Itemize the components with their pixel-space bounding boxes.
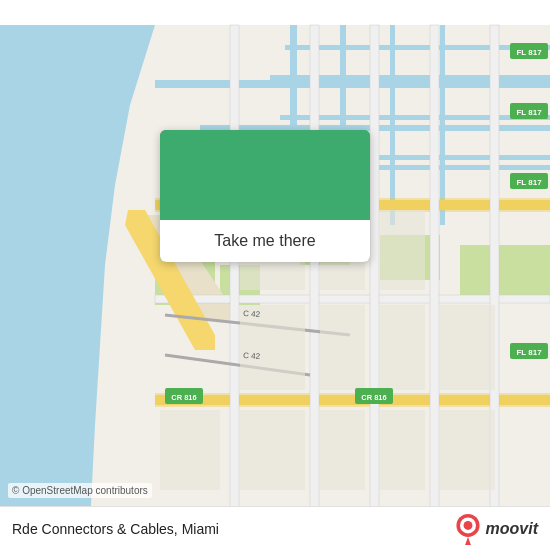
svg-rect-7 xyxy=(390,25,395,225)
svg-rect-18 xyxy=(460,245,550,295)
svg-rect-41 xyxy=(240,410,305,490)
svg-rect-26 xyxy=(310,25,319,525)
moovit-logo-text: moovit xyxy=(486,520,538,538)
card-green-area xyxy=(160,130,370,220)
svg-rect-28 xyxy=(430,25,439,525)
svg-rect-43 xyxy=(380,410,425,490)
svg-marker-62 xyxy=(464,537,471,545)
map-background: FL 817 FL 817 FL 817 FL 817 CR 816 CR 81… xyxy=(0,0,550,550)
svg-rect-35 xyxy=(380,210,425,290)
svg-text:C 42: C 42 xyxy=(243,351,261,361)
svg-rect-8 xyxy=(440,25,445,225)
place-name: Rde Connectors & Cables, Miami xyxy=(12,521,219,537)
take-me-there-button[interactable]: Take me there xyxy=(160,220,370,262)
svg-rect-38 xyxy=(380,305,425,390)
svg-rect-44 xyxy=(440,410,495,490)
svg-rect-40 xyxy=(160,410,220,490)
svg-text:FL 817: FL 817 xyxy=(516,108,542,117)
place-info: Rde Connectors & Cables, Miami xyxy=(12,521,219,537)
bottom-bar: Rde Connectors & Cables, Miami moovit xyxy=(0,506,550,550)
svg-rect-39 xyxy=(440,305,495,390)
svg-rect-11 xyxy=(280,115,550,120)
svg-text:CR 816: CR 816 xyxy=(171,393,196,402)
svg-text:FL 817: FL 817 xyxy=(516,348,542,357)
svg-text:CR 816: CR 816 xyxy=(361,393,386,402)
svg-text:FL 817: FL 817 xyxy=(516,48,542,57)
svg-rect-42 xyxy=(320,410,365,490)
svg-point-61 xyxy=(463,521,472,530)
map-container: FL 817 FL 817 FL 817 FL 817 CR 816 CR 81… xyxy=(0,0,550,550)
svg-text:FL 817: FL 817 xyxy=(516,178,542,187)
moovit-pin-icon xyxy=(454,513,482,545)
svg-rect-25 xyxy=(230,25,239,525)
svg-rect-37 xyxy=(320,305,365,390)
navigation-card: Take me there xyxy=(160,130,370,262)
svg-rect-27 xyxy=(370,25,379,525)
moovit-logo[interactable]: moovit xyxy=(454,513,538,545)
svg-text:C 42: C 42 xyxy=(243,309,261,319)
copyright-text: © OpenStreetMap contributors xyxy=(8,483,152,498)
